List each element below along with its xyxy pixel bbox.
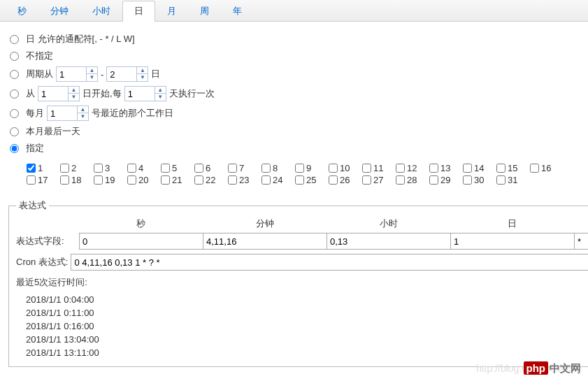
down-icon[interactable]: ▼ — [137, 74, 148, 81]
day-31[interactable]: 31 — [496, 175, 526, 185]
day-16[interactable]: 16 — [530, 163, 559, 173]
up-icon[interactable]: ▲ — [155, 87, 166, 94]
day-4[interactable]: 4 — [127, 163, 157, 173]
field-月[interactable] — [574, 233, 588, 250]
checkbox-day-8[interactable] — [261, 164, 271, 173]
day-19[interactable]: 19 — [94, 175, 123, 185]
checkbox-day-23[interactable] — [228, 175, 237, 185]
checkbox-day-14[interactable] — [463, 164, 472, 173]
radio-wildcard[interactable] — [10, 35, 19, 44]
day-11[interactable]: 11 — [362, 163, 392, 173]
day-13[interactable]: 13 — [429, 163, 459, 173]
day-2[interactable]: 2 — [60, 163, 89, 173]
down-icon[interactable]: ▼ — [78, 113, 88, 120]
tab-分钟[interactable]: 分钟 — [38, 1, 80, 22]
tab-年[interactable]: 年 — [221, 1, 254, 22]
down-icon[interactable]: ▼ — [155, 94, 166, 101]
checkbox-day-31[interactable] — [496, 175, 505, 185]
checkbox-day-5[interactable] — [161, 164, 170, 173]
checkbox-day-20[interactable] — [127, 175, 136, 185]
day-30[interactable]: 30 — [463, 175, 492, 185]
checkbox-day-25[interactable] — [295, 175, 304, 185]
checkbox-day-4[interactable] — [127, 164, 136, 173]
checkbox-day-29[interactable] — [429, 175, 438, 185]
down-icon[interactable]: ▼ — [87, 74, 97, 81]
checkbox-day-13[interactable] — [429, 164, 438, 173]
input-cron[interactable] — [71, 254, 588, 271]
day-18[interactable]: 18 — [60, 175, 89, 185]
day-14[interactable]: 14 — [463, 163, 492, 173]
day-10[interactable]: 10 — [329, 163, 358, 173]
checkbox-day-11[interactable] — [362, 164, 371, 173]
field-日[interactable] — [450, 233, 575, 250]
day-24[interactable]: 24 — [261, 175, 291, 185]
checkbox-day-9[interactable] — [295, 164, 304, 173]
field-秒[interactable] — [79, 233, 203, 250]
radio-from[interactable] — [10, 89, 19, 99]
tab-月[interactable]: 月 — [155, 1, 188, 22]
input-cycle-a[interactable] — [57, 68, 86, 81]
field-小时[interactable] — [327, 233, 451, 250]
field-分钟[interactable] — [203, 233, 327, 250]
day-9[interactable]: 9 — [295, 163, 324, 173]
day-26[interactable]: 26 — [329, 175, 358, 185]
checkbox-day-19[interactable] — [94, 175, 103, 185]
radio-spec[interactable] — [10, 144, 19, 153]
checkbox-day-28[interactable] — [396, 175, 405, 185]
input-from-val[interactable] — [38, 87, 68, 101]
day-27[interactable]: 27 — [362, 175, 392, 185]
checkbox-day-6[interactable] — [194, 164, 203, 173]
input-from-step[interactable] — [125, 87, 155, 101]
radio-cycle[interactable] — [10, 70, 19, 79]
day-12[interactable]: 12 — [396, 163, 425, 173]
day-1[interactable]: 1 — [27, 163, 56, 173]
checkbox-day-15[interactable] — [496, 164, 505, 173]
up-icon[interactable]: ▲ — [87, 67, 97, 74]
input-cycle-b[interactable] — [107, 68, 136, 81]
checkbox-day-12[interactable] — [396, 164, 405, 173]
tab-周[interactable]: 周 — [188, 1, 221, 22]
up-icon[interactable]: ▲ — [69, 87, 79, 94]
day-15[interactable]: 15 — [496, 163, 526, 173]
up-icon[interactable]: ▲ — [137, 67, 148, 74]
checkbox-day-22[interactable] — [194, 175, 203, 185]
radio-unspec[interactable] — [10, 52, 19, 61]
checkbox-day-18[interactable] — [60, 175, 69, 185]
day-6[interactable]: 6 — [194, 163, 224, 173]
checkbox-day-2[interactable] — [60, 164, 69, 173]
day-25[interactable]: 25 — [295, 175, 324, 185]
day-22[interactable]: 22 — [194, 175, 224, 185]
day-29[interactable]: 29 — [429, 175, 459, 185]
radio-last[interactable] — [10, 127, 19, 136]
day-8[interactable]: 8 — [261, 163, 291, 173]
radio-month[interactable] — [10, 109, 19, 118]
day-17[interactable]: 17 — [27, 175, 56, 185]
checkbox-day-1[interactable] — [27, 164, 36, 173]
checkbox-day-10[interactable] — [329, 164, 338, 173]
checkbox-day-17[interactable] — [27, 175, 36, 185]
tab-秒[interactable]: 秒 — [6, 1, 38, 22]
checkbox-day-21[interactable] — [161, 175, 170, 185]
tab-日[interactable]: 日 — [122, 1, 155, 22]
day-20[interactable]: 20 — [127, 175, 157, 185]
recent-runs: 最近5次运行时间: 2018/1/1 0:04:002018/1/1 0:11:… — [16, 276, 588, 359]
day-5[interactable]: 5 — [161, 163, 190, 173]
tab-小时[interactable]: 小时 — [80, 1, 122, 22]
day-23[interactable]: 23 — [228, 175, 257, 185]
day-3[interactable]: 3 — [94, 163, 123, 173]
down-icon[interactable]: ▼ — [69, 94, 79, 101]
spin-month-val: ▲▼ — [47, 106, 89, 121]
day-28[interactable]: 28 — [396, 175, 425, 185]
checkbox-day-24[interactable] — [261, 175, 271, 185]
up-icon[interactable]: ▲ — [78, 106, 88, 113]
checkbox-day-27[interactable] — [362, 175, 371, 185]
checkbox-day-16[interactable] — [530, 164, 539, 173]
input-month-val[interactable] — [48, 107, 77, 120]
checkbox-day-3[interactable] — [94, 164, 103, 173]
checkbox-day-30[interactable] — [463, 175, 472, 185]
recent-item: 2018/1/1 13:04:00 — [16, 333, 588, 346]
checkbox-day-26[interactable] — [329, 175, 338, 185]
checkbox-day-7[interactable] — [228, 164, 237, 173]
day-21[interactable]: 21 — [161, 175, 190, 185]
day-7[interactable]: 7 — [228, 163, 257, 173]
